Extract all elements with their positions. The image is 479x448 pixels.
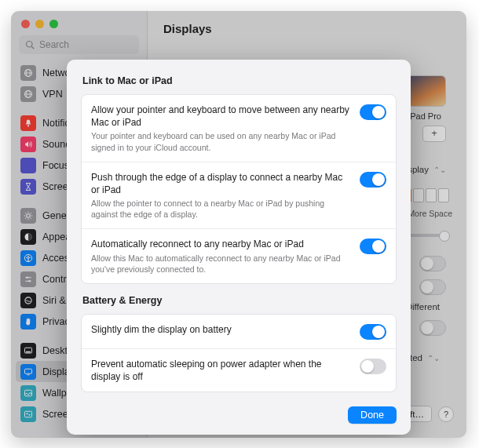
section-battery-title: Battery & Energy (82, 295, 397, 306)
toggle-auto-reconnect[interactable] (360, 239, 386, 254)
row-push-through: Push through the edge of a display to co… (82, 162, 396, 229)
toggle-prevent-sleep[interactable] (360, 359, 386, 374)
row-auto-reconnect: Automatically reconnect to any nearby Ma… (82, 228, 396, 283)
row-title: Slightly dim the display on battery (91, 323, 352, 336)
section-link-title: Link to Mac or iPad (82, 75, 397, 86)
row-dim-battery: Slightly dim the display on battery (82, 315, 396, 348)
row-desc: Your pointer and keyboard can be used on… (91, 130, 352, 152)
toggle-push-through[interactable] (360, 172, 386, 188)
toggle-dim-battery[interactable] (360, 324, 386, 340)
done-button[interactable]: Done (348, 406, 397, 424)
row-title: Automatically reconnect to any nearby Ma… (91, 238, 352, 250)
row-universal-control: Allow your pointer and keyboard to move … (82, 95, 396, 162)
advanced-sheet: Link to Mac or iPad Allow your pointer a… (67, 60, 411, 435)
row-desc: Allow the pointer to connect to a nearby… (91, 198, 352, 220)
row-title: Push through the edge of a display to co… (91, 171, 352, 196)
sheet-footer: Done (81, 403, 397, 424)
toggle-universal-control[interactable] (360, 104, 386, 120)
row-desc: Allow this Mac to automatically reconnec… (91, 253, 352, 275)
row-title: Allow your pointer and keyboard to move … (91, 104, 352, 129)
row-prevent-sleep: Prevent automatic sleeping on power adap… (82, 348, 396, 392)
battery-card: Slightly dim the display on battery Prev… (81, 314, 397, 392)
row-title: Prevent automatic sleeping on power adap… (91, 358, 352, 383)
link-card: Allow your pointer and keyboard to move … (81, 94, 397, 284)
modal-overlay: Link to Mac or iPad Allow your pointer a… (11, 11, 466, 438)
settings-window: Search NetworkVPNNotificationsSoundFocus… (11, 11, 466, 438)
